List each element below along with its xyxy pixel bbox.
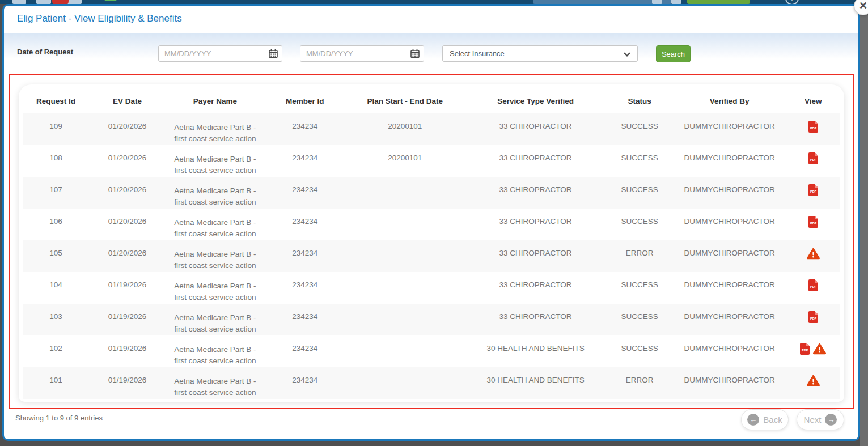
cell-view: PDF — [786, 209, 840, 240]
clinic-selector[interactable]: PUBLIC HEALTHCARE CENTRE — [367, 0, 482, 4]
cell-ev-date: 01/20/2026 — [88, 113, 166, 145]
cell-view: PDF — [786, 304, 840, 335]
cell-verified-by: DUMMYCHIROPRACTOR — [672, 272, 787, 304]
warning-icon[interactable] — [807, 375, 820, 386]
table-row: 10401/19/2026Aetna Medicare Part B - fir… — [23, 272, 840, 304]
page-scrollbar[interactable] — [860, 0, 868, 446]
cell-plan-dates — [346, 177, 464, 209]
table-row: 10101/19/2026Aetna Medicare Part B - fir… — [23, 367, 840, 399]
cell-view — [786, 240, 840, 272]
cell-member-id: 234234 — [264, 145, 346, 177]
cell-service-type: 30 HEALTH AND BENEFITS — [464, 367, 607, 399]
back-button[interactable]: ← Back — [741, 409, 789, 430]
results-highlight-outline: Request IdEV DatePayer NameMember IdPlan… — [9, 74, 854, 409]
table-header-row: Request IdEV DatePayer NameMember IdPlan… — [23, 89, 840, 113]
cell-service-type: 33 CHIROPRACTOR — [464, 209, 607, 240]
pdf-icon[interactable]: PDF — [808, 121, 818, 133]
insurance-select-value: Select Insurance — [450, 49, 505, 58]
svg-text:PDF: PDF — [802, 349, 808, 352]
cell-view: PDF — [786, 335, 840, 367]
cell-verified-by: DUMMYCHIROPRACTOR — [672, 177, 787, 209]
screen: 199 PUBLIC HEALTHCARE CENTRE ⌄ Search Pa… — [0, 0, 868, 446]
column-header-status: Status — [607, 89, 672, 113]
cell-plan-dates — [346, 335, 464, 367]
pdf-icon[interactable]: PDF — [808, 216, 818, 228]
date-from-input[interactable] — [158, 45, 282, 62]
svg-text:PDF: PDF — [810, 126, 817, 130]
back-button-label: Back — [763, 415, 782, 424]
insurance-select[interactable]: Select Insurance — [442, 45, 638, 62]
cell-verified-by: DUMMYCHIROPRACTOR — [672, 209, 787, 240]
search-button[interactable]: Search — [656, 45, 691, 62]
date-of-request-label: Date of Request — [17, 48, 73, 56]
cell-service-type: 33 CHIROPRACTOR — [464, 304, 607, 335]
cell-ev-date: 01/19/2026 — [88, 367, 166, 399]
table-row: 10501/20/2026Aetna Medicare Part B - fir… — [23, 240, 840, 272]
cell-member-id: 234234 — [264, 335, 346, 367]
svg-text:PDF: PDF — [810, 285, 817, 288]
cell-status: SUCCESS — [607, 335, 672, 367]
pdf-icon[interactable]: PDF — [808, 152, 818, 164]
bed-icon[interactable] — [36, 0, 51, 4]
patient-search-input[interactable]: Search Patient — [533, 0, 672, 4]
cell-verified-by: DUMMYCHIROPRACTOR — [672, 335, 787, 367]
arrow-right-icon: → — [825, 414, 837, 426]
cell-status: SUCCESS — [607, 272, 672, 304]
cell-ev-date: 01/19/2026 — [88, 272, 166, 304]
warning-icon[interactable] — [813, 343, 826, 355]
cell-member-id: 234234 — [264, 240, 346, 272]
help-icon[interactable]: ? — [785, 0, 799, 4]
cell-status: SUCCESS — [607, 113, 672, 145]
cell-service-type: 33 CHIROPRACTOR — [464, 145, 607, 177]
status-badge — [103, 0, 118, 1]
cell-payer-name: Aetna Medicare Part B - first coast serv… — [166, 240, 264, 272]
cell-view: PDF — [786, 113, 840, 145]
svg-text:PDF: PDF — [810, 222, 817, 225]
cell-status: SUCCESS — [607, 177, 672, 209]
add-patient-button[interactable]: + Add Patient — [687, 0, 750, 4]
edit-icon[interactable] — [67, 0, 82, 4]
cell-service-type: 33 CHIROPRACTOR — [464, 272, 607, 304]
svg-text:PDF: PDF — [810, 317, 817, 320]
warning-icon[interactable] — [807, 248, 820, 260]
table-row: 10801/20/2026Aetna Medicare Part B - fir… — [23, 145, 840, 177]
table-row: 10601/20/2026Aetna Medicare Part B - fir… — [23, 209, 840, 240]
cell-member-id: 234234 — [264, 209, 346, 240]
cell-plan-dates — [346, 272, 464, 304]
cell-status: SUCCESS — [607, 304, 672, 335]
next-button-label: Next — [804, 415, 822, 424]
cell-ev-date: 01/19/2026 — [88, 304, 166, 335]
bank-icon[interactable] — [12, 0, 26, 4]
cell-service-type: 33 CHIROPRACTOR — [464, 240, 607, 272]
cell-verified-by: DUMMYCHIROPRACTOR — [672, 145, 787, 177]
cell-payer-name: Aetna Medicare Part B - first coast serv… — [166, 272, 264, 304]
cell-payer-name: Aetna Medicare Part B - first coast serv… — [166, 304, 264, 335]
cell-payer-name: Aetna Medicare Part B - first coast serv… — [166, 177, 264, 209]
cell-service-type: 33 CHIROPRACTOR — [464, 177, 607, 209]
cell-request-id: 103 — [23, 304, 88, 335]
eligibility-modal: Elig Patient - View Eligibility & Benefi… — [2, 4, 860, 441]
column-header-service-type-verified: Service Type Verified — [464, 89, 607, 113]
search-icon[interactable] — [652, 0, 662, 4]
cell-plan-dates: 20200101 — [346, 145, 464, 177]
person-icon[interactable] — [671, 0, 681, 4]
column-header-member-id: Member Id — [264, 89, 346, 113]
calendar-icon[interactable] — [269, 49, 278, 61]
cell-plan-dates — [346, 367, 464, 399]
chevron-down-icon — [624, 50, 630, 56]
pdf-icon[interactable]: PDF — [808, 311, 818, 323]
calendar-icon[interactable] — [410, 49, 420, 61]
cell-view: PDF — [786, 272, 840, 304]
cell-view: PDF — [786, 145, 840, 177]
cell-request-id: 101 — [23, 367, 88, 399]
pdf-icon[interactable]: PDF — [808, 279, 818, 291]
cell-ev-date: 01/20/2026 — [88, 209, 166, 240]
next-button[interactable]: Next → — [797, 409, 844, 430]
pdf-icon[interactable]: PDF — [808, 184, 818, 196]
svg-text:PDF: PDF — [810, 158, 817, 162]
date-to-input[interactable] — [300, 45, 424, 62]
cell-service-type: 33 CHIROPRACTOR — [464, 113, 607, 145]
pdf-icon[interactable]: PDF — [800, 343, 810, 355]
clinic-chevron-down-icon[interactable]: ⌄ — [499, 0, 505, 4]
cell-member-id: 234234 — [264, 272, 346, 304]
